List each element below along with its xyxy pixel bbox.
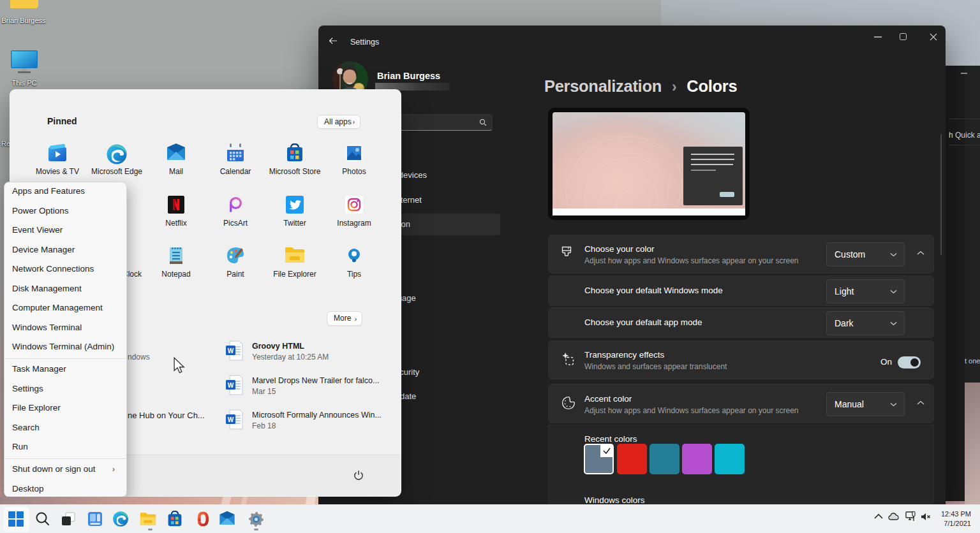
svg-text:W: W [228, 382, 234, 389]
svg-text:W: W [228, 416, 234, 423]
svg-text:W: W [228, 347, 234, 354]
